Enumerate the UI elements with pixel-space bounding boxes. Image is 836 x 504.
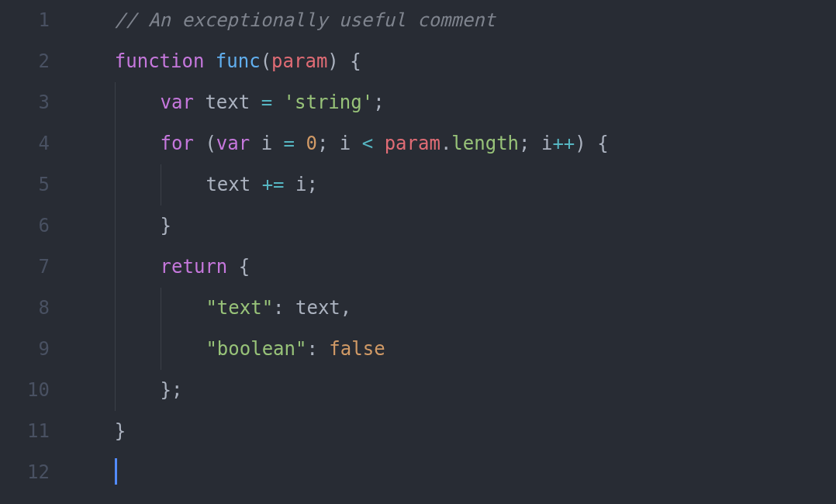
- token-punct: ;: [519, 133, 530, 154]
- token-paren: (: [261, 50, 271, 72]
- token-var-name: i: [340, 133, 351, 154]
- indent-guide: [115, 247, 161, 288]
- token-whitespace: [70, 174, 115, 195]
- token-whitespace: [204, 50, 215, 72]
- code-line[interactable]: text += i;: [70, 164, 836, 205]
- token-var-name: text: [295, 297, 340, 319]
- token-var-name: text: [205, 91, 250, 113]
- line-number: 8: [0, 288, 50, 329]
- indent-guide: [161, 164, 206, 205]
- token-whitespace: [70, 91, 115, 113]
- line-number: 4: [0, 123, 50, 164]
- token-keyword: function: [115, 50, 205, 72]
- text-cursor: [115, 458, 117, 485]
- code-line[interactable]: "boolean": false: [70, 329, 836, 370]
- token-whitespace: [194, 133, 205, 154]
- line-number: 9: [0, 329, 50, 370]
- token-member: length: [451, 133, 519, 154]
- token-whitespace: [70, 133, 115, 154]
- token-whitespace: [70, 338, 115, 360]
- code-editor[interactable]: 1 2 3 4 5 6 7 8 9 10 11 12 // An excepti…: [0, 0, 836, 504]
- token-whitespace: [586, 133, 597, 154]
- line-number: 12: [0, 452, 50, 493]
- token-whitespace: [339, 50, 350, 72]
- token-whitespace: [250, 91, 261, 113]
- token-var-name: i: [295, 174, 306, 195]
- token-whitespace: [530, 133, 541, 154]
- token-whitespace: [70, 256, 115, 278]
- token-whitespace: [295, 133, 306, 154]
- token-whitespace: [272, 133, 283, 154]
- token-operator: <: [362, 133, 373, 154]
- code-line[interactable]: // An exceptionally useful comment: [70, 0, 836, 41]
- token-punct: ;: [306, 174, 317, 195]
- code-line[interactable]: function func(param) {: [70, 41, 836, 82]
- token-whitespace: [227, 256, 238, 278]
- line-number: 1: [0, 0, 50, 41]
- token-whitespace: [70, 215, 115, 236]
- token-whitespace: [285, 174, 295, 195]
- line-number: 11: [0, 411, 50, 452]
- code-line[interactable]: };: [70, 370, 836, 411]
- line-number: 3: [0, 82, 50, 123]
- token-whitespace: [70, 50, 115, 72]
- token-var-name: i: [541, 133, 552, 154]
- line-number: 10: [0, 370, 50, 411]
- token-punct: :: [306, 338, 317, 360]
- token-number: 0: [306, 133, 316, 154]
- token-string: "boolean": [206, 338, 306, 360]
- line-number: 5: [0, 164, 50, 205]
- indent-guide: [115, 329, 161, 370]
- code-line[interactable]: [70, 452, 836, 493]
- token-punct: ,: [340, 297, 351, 319]
- line-number: 2: [0, 41, 50, 82]
- token-whitespace: [70, 461, 115, 483]
- token-paren: (: [205, 133, 216, 154]
- token-punct: ;: [373, 91, 384, 113]
- code-area[interactable]: // An exceptionally useful comment funct…: [70, 0, 836, 504]
- token-punct: }: [161, 215, 171, 236]
- token-identifier: param: [385, 133, 440, 154]
- token-whitespace: [70, 9, 115, 31]
- code-line[interactable]: return {: [70, 247, 836, 288]
- token-string: 'string': [284, 91, 374, 113]
- token-punct: };: [161, 379, 183, 401]
- token-whitespace: [351, 133, 361, 154]
- token-whitespace: [285, 297, 295, 319]
- code-line[interactable]: }: [70, 205, 836, 247]
- indent-guide: [115, 82, 161, 123]
- indent-guide: [115, 370, 161, 411]
- token-var-name: i: [261, 133, 272, 154]
- code-line[interactable]: var text = 'string';: [70, 82, 836, 123]
- token-keyword: var: [216, 133, 250, 154]
- token-keyword: return: [161, 256, 228, 278]
- token-punct: ;: [317, 133, 328, 154]
- token-punct: {: [597, 133, 608, 154]
- token-punct: {: [350, 50, 361, 72]
- token-paren: ): [327, 50, 338, 72]
- indent-guide: [115, 288, 161, 329]
- token-param: param: [271, 50, 327, 72]
- indent-guide: [115, 205, 161, 247]
- token-keyword: for: [161, 133, 194, 154]
- token-whitespace: [194, 91, 205, 113]
- code-line[interactable]: for (var i = 0; i < param.length; i++) {: [70, 123, 836, 164]
- token-string: "text": [206, 297, 273, 319]
- token-whitespace: [272, 91, 283, 113]
- token-keyword: var: [161, 91, 194, 113]
- code-line[interactable]: }: [70, 411, 836, 452]
- token-operator: =: [261, 91, 272, 113]
- token-whitespace: [328, 133, 339, 154]
- token-var-name: text: [206, 174, 250, 195]
- token-literal: false: [329, 338, 385, 360]
- token-operator: +=: [262, 174, 285, 195]
- indent-guide: [161, 288, 206, 329]
- token-whitespace: [373, 133, 384, 154]
- token-operator: =: [284, 133, 295, 154]
- code-line[interactable]: "text": text,: [70, 288, 836, 329]
- line-number: 7: [0, 247, 50, 288]
- token-func-name: func: [216, 50, 261, 72]
- token-punct: {: [239, 256, 250, 278]
- token-whitespace: [250, 133, 261, 154]
- token-whitespace: [70, 379, 115, 401]
